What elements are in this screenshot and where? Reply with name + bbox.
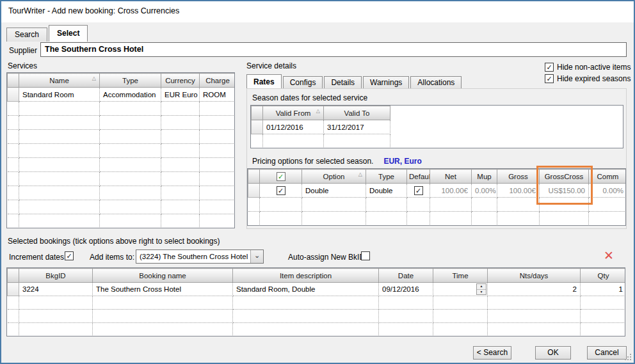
select-all-checkbox[interactable]: ✓ xyxy=(260,170,302,184)
empty-row xyxy=(8,158,236,172)
bookings-col-item-description[interactable]: Item description xyxy=(233,269,379,283)
pricing-col-net[interactable]: Net xyxy=(430,170,472,184)
empty-cell xyxy=(248,212,260,226)
bookings-col-bkgid[interactable]: BkgID xyxy=(19,269,93,283)
default-checkbox[interactable]: ✓ xyxy=(407,184,430,198)
auto-assign-checkbox[interactable] xyxy=(361,251,370,260)
row-selector[interactable] xyxy=(248,184,260,198)
spin-up-icon[interactable]: ▲ xyxy=(477,284,486,290)
bookings-col-booking-name[interactable]: Booking name xyxy=(93,269,233,283)
add-items-to-dropdown[interactable]: (3224) The Southern Cross Hotel ⌄ xyxy=(136,249,264,264)
search-button[interactable]: < Search xyxy=(473,346,511,360)
pricing-row[interactable]: ✓ Double Double ✓ 100.00€ 0.00% 100.00€ … xyxy=(248,184,627,198)
empty-cell xyxy=(161,130,200,144)
valid-from-cell: 01/12/2016 xyxy=(263,120,324,134)
empty-cell xyxy=(19,214,100,228)
empty-cell xyxy=(324,134,390,148)
bookings-col-qty[interactable]: Qty xyxy=(581,269,626,283)
row-header-cell xyxy=(252,106,263,120)
empty-cell xyxy=(100,172,161,186)
empty-cell xyxy=(472,198,497,212)
empty-row xyxy=(8,186,236,200)
row-selector[interactable] xyxy=(8,283,19,296)
time-cell[interactable]: ▲ ▼ xyxy=(433,283,488,296)
empty-cell xyxy=(488,323,581,336)
checkbox-icon: ✓ xyxy=(65,251,74,260)
empty-cell xyxy=(233,323,379,336)
tab-select[interactable]: Select xyxy=(49,25,88,42)
bookings-col-time[interactable]: Time xyxy=(433,269,488,283)
empty-cell xyxy=(19,323,93,336)
season-dates-label: Season dates for selected service xyxy=(252,93,367,102)
delete-booking-icon[interactable]: ✕ xyxy=(604,249,614,262)
services-col-type[interactable]: Type xyxy=(100,74,161,88)
empty-cell xyxy=(200,214,236,228)
service-row[interactable]: Standard Room Accommodation EUR Euro ROO… xyxy=(8,88,236,102)
bookings-header-row: BkgID Booking name Item description Date… xyxy=(8,269,626,283)
pricing-col-comm[interactable]: Comm xyxy=(589,170,627,184)
nts-days-cell[interactable]: 2 xyxy=(488,283,581,296)
supplier-field[interactable]: The Southern Cross Hotel xyxy=(40,42,627,57)
services-col-charge[interactable]: Charge xyxy=(200,74,236,88)
services-table[interactable]: Name △ Type Currency Charge Standard Roo… xyxy=(6,72,235,228)
tab-warnings[interactable]: Warnings xyxy=(363,76,409,89)
empty-cell xyxy=(19,158,100,172)
empty-cell xyxy=(540,212,589,226)
pricing-col-mup[interactable]: Mup xyxy=(472,170,497,184)
pricing-row-checkbox[interactable]: ✓ xyxy=(260,184,302,198)
cancel-button[interactable]: Cancel xyxy=(587,346,627,360)
empty-cell xyxy=(407,212,430,226)
hide-expired-checkbox[interactable]: ✓ Hide expired seasons xyxy=(545,74,631,83)
item-description-cell: Standard Room, Double xyxy=(233,283,379,296)
ok-button[interactable]: OK xyxy=(535,346,571,360)
time-spinner[interactable]: ▲ ▼ xyxy=(476,283,486,295)
spin-down-icon[interactable]: ▼ xyxy=(477,290,486,295)
bookings-table[interactable]: BkgID Booking name Item description Date… xyxy=(6,267,625,336)
pricing-col-type[interactable]: Type xyxy=(366,170,407,184)
tab-configs[interactable]: Configs xyxy=(283,76,323,89)
qty-cell[interactable]: 1 xyxy=(581,283,626,296)
pricing-col-option[interactable]: Option △ xyxy=(302,170,366,184)
empty-cell xyxy=(8,186,19,200)
season-col-valid-from[interactable]: Valid From △ xyxy=(263,106,324,120)
empty-cell xyxy=(200,186,236,200)
empty-row xyxy=(8,296,626,310)
auto-assign-label: Auto-assign New BkID xyxy=(288,253,365,262)
pricing-col-grosscross[interactable]: GrossCross xyxy=(540,170,589,184)
services-col-name[interactable]: Name △ xyxy=(19,74,100,88)
season-row[interactable]: 01/12/2016 31/12/2017 xyxy=(252,120,623,134)
increment-dates-checkbox[interactable]: ✓ xyxy=(65,251,74,260)
empty-cell xyxy=(100,102,161,116)
tab-details[interactable]: Details xyxy=(324,76,362,89)
services-col-currency[interactable]: Currency xyxy=(161,74,200,88)
pricing-col-gross[interactable]: Gross xyxy=(497,170,540,184)
tab-search[interactable]: Search xyxy=(6,28,47,42)
bookings-col-date[interactable]: Date xyxy=(379,269,433,283)
chevron-down-icon[interactable]: ⌄ xyxy=(250,250,263,263)
empty-cell xyxy=(19,172,100,186)
empty-cell xyxy=(200,144,236,158)
season-col-valid-to[interactable]: Valid To xyxy=(324,106,390,120)
supplier-value: The Southern Cross Hotel xyxy=(41,43,626,56)
resize-grip-icon[interactable] xyxy=(624,353,632,361)
row-selector[interactable] xyxy=(252,120,263,134)
empty-cell xyxy=(260,212,302,226)
pricing-col-default[interactable]: Default xyxy=(407,170,430,184)
date-cell[interactable]: 09/12/2016 xyxy=(379,283,433,296)
row-selector[interactable] xyxy=(8,88,19,102)
window-title: TourWriter - Add new booking: Cross Curr… xyxy=(8,6,179,15)
empty-cell xyxy=(161,158,200,172)
empty-cell xyxy=(390,134,623,148)
tab-allocations[interactable]: Allocations xyxy=(410,76,462,89)
bookings-col-nts-days[interactable]: Nts/days xyxy=(488,269,581,283)
hide-non-active-checkbox[interactable]: ✓ Hide non-active items xyxy=(545,63,631,72)
col-label: Option xyxy=(323,173,345,180)
empty-cell xyxy=(433,310,488,323)
empty-cell xyxy=(233,296,379,310)
pricing-options-table[interactable]: ✓ Option △ Type Default Net Mup Gross Gr… xyxy=(247,168,626,226)
empty-cell xyxy=(93,310,233,323)
sort-asc-icon: △ xyxy=(92,76,96,81)
season-dates-table[interactable]: Valid From △ Valid To 01/12/2016 31/12/2… xyxy=(250,105,623,148)
booking-row[interactable]: 3224 The Southern Cross Hotel Standard R… xyxy=(8,283,626,296)
tab-rates[interactable]: Rates xyxy=(246,74,282,89)
